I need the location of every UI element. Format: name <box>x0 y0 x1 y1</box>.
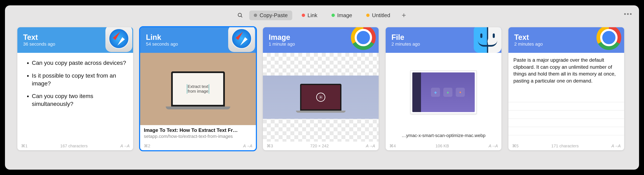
clipboard-cards-row: Text 36 seconds ago Can you copy paste a… <box>5 25 639 170</box>
card-type: Text <box>514 33 543 41</box>
text-bullet: Can you copy paste across devices? <box>32 59 128 67</box>
card-shortcut: ⌘4 <box>390 144 396 148</box>
app-window: Copy-Paste Link Image Untitled <box>5 5 639 170</box>
search-icon <box>237 12 243 18</box>
clip-card-text-1[interactable]: Text 36 seconds ago Can you copy paste a… <box>17 27 133 150</box>
card-footer: ⌘4 106 KB A→A <box>386 142 502 150</box>
tag-link[interactable]: Link <box>297 10 322 20</box>
card-type: File <box>392 33 420 41</box>
card-type: Link <box>146 33 178 41</box>
transform-icon: A→A <box>243 144 252 148</box>
clip-card-file[interactable]: File 2 minutes ago ◆ ▲ ● <box>386 27 502 150</box>
tag-copy-paste[interactable]: Copy-Paste <box>249 10 292 20</box>
tag-dot <box>332 14 335 17</box>
tag-dot <box>254 14 257 17</box>
text-paragraph: Paste is a major upgrade over the defaul… <box>514 57 619 84</box>
card-body: Extract text from image Image To Text: H… <box>140 53 256 142</box>
card-time: 1 minute ago <box>269 41 295 47</box>
transform-icon: A→A <box>488 144 498 148</box>
transform-icon: A→A <box>120 144 130 148</box>
link-url: setapp.com/how-to/extract-text-from-imag… <box>144 134 252 139</box>
text-bullet: Can you copy two items simultaneously? <box>32 92 128 108</box>
preview-text: from image <box>187 89 209 94</box>
card-body: ◆ ▲ ● …ymac-x-smart-scan-optimize-mac.we… <box>386 53 502 142</box>
card-time: 2 minutes ago <box>514 41 543 47</box>
card-shortcut: ⌘2 <box>144 144 150 148</box>
card-meta: 720 × 242 <box>273 144 366 148</box>
card-header: File 2 minutes ago <box>386 27 502 53</box>
card-shortcut: ⌘1 <box>21 144 28 148</box>
tag-untitled[interactable]: Untitled <box>362 10 395 20</box>
transform-icon: A→A <box>611 144 620 148</box>
card-time: 54 seconds ago <box>146 41 178 47</box>
card-time: 2 minutes ago <box>392 41 420 47</box>
tag-label: Image <box>337 12 352 18</box>
card-body: Can you copy paste across devices? Is it… <box>17 53 133 142</box>
clip-card-image[interactable]: Image 1 minute ago ⌘3 720 × 242 A→A <box>263 27 379 150</box>
card-shortcut: ⌘5 <box>512 144 518 148</box>
clip-card-link[interactable]: Link 54 seconds ago Extract text from im… <box>140 27 256 150</box>
card-header: Image 1 minute ago <box>263 27 379 53</box>
tag-label: Untitled <box>372 12 390 18</box>
tag-label: Copy-Paste <box>260 12 288 18</box>
file-name: …ymac-x-smart-scan-optimize-mac.webp <box>398 132 489 140</box>
tag-dot <box>366 14 370 17</box>
gear-icon <box>316 93 325 102</box>
safari-icon <box>228 27 256 53</box>
card-footer: ⌘1 167 characters A→A <box>17 142 133 150</box>
clip-card-text-2[interactable]: Text 2 minutes ago Paste is a major upgr… <box>508 27 624 150</box>
more-menu-button[interactable] <box>624 13 632 15</box>
link-title: Image To Text: How To Extract Text Fr… <box>144 127 252 133</box>
chrome-icon <box>351 27 379 53</box>
card-time: 36 seconds ago <box>23 41 55 47</box>
tag-label: Link <box>308 12 318 18</box>
card-footer: ⌘3 720 × 242 A→A <box>263 142 379 150</box>
search-button[interactable] <box>236 11 244 19</box>
card-type: Text <box>23 33 55 41</box>
link-preview-image: Extract text from image <box>140 53 256 125</box>
card-type: Image <box>269 33 295 41</box>
file-thumbnail: ◆ ▲ ● <box>410 71 476 114</box>
image-preview <box>263 76 379 119</box>
card-header: Text 36 seconds ago <box>17 27 133 53</box>
ellipsis-icon <box>624 13 626 15</box>
svg-point-0 <box>238 13 242 16</box>
preview-text: Extract text <box>187 84 209 89</box>
transform-icon: A→A <box>366 144 375 148</box>
toolbar: Copy-Paste Link Image Untitled <box>5 5 639 25</box>
text-bullet: Is it possible to copy text from an imag… <box>32 72 128 87</box>
card-body: Paste is a major upgrade over the defaul… <box>508 53 624 142</box>
card-header: Link 54 seconds ago <box>140 27 256 53</box>
plus-icon <box>401 12 406 18</box>
card-meta: 171 characters <box>518 144 611 148</box>
chrome-icon <box>596 27 624 53</box>
card-header: Text 2 minutes ago <box>508 27 624 53</box>
card-footer: ⌘5 171 characters A→A <box>508 142 624 150</box>
svg-line-1 <box>241 16 242 17</box>
add-tag-button[interactable] <box>400 11 408 19</box>
finder-icon <box>474 27 502 53</box>
card-footer: ⌘2 A→A <box>140 142 256 150</box>
card-body <box>263 53 379 142</box>
ruled-lines <box>508 94 624 142</box>
card-meta: 167 characters <box>28 144 120 148</box>
card-meta: 106 KB <box>396 144 488 148</box>
svg-point-4 <box>320 97 322 98</box>
tag-dot <box>302 14 305 17</box>
card-shortcut: ⌘3 <box>266 144 273 148</box>
tag-image[interactable]: Image <box>327 10 357 20</box>
safari-icon <box>106 27 133 53</box>
